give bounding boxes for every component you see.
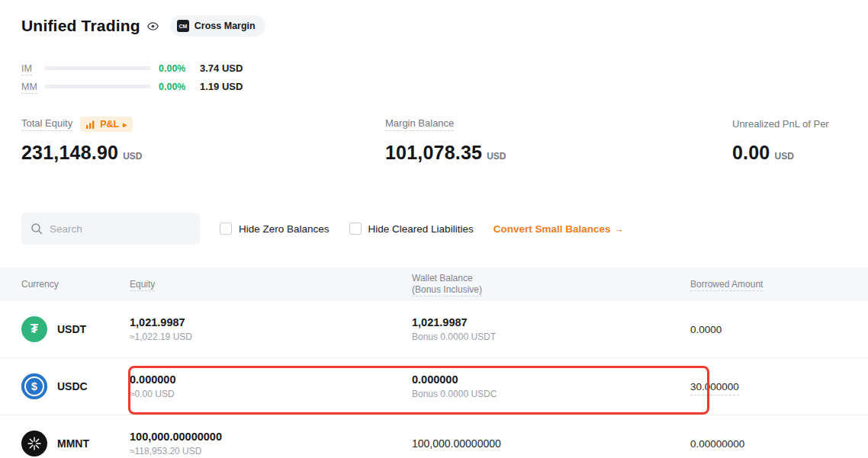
currency-cell: $ USDC xyxy=(21,373,130,399)
mm-percent: 0.00% xyxy=(159,82,195,92)
usdt-coin-icon: ₮ xyxy=(21,316,47,342)
convert-small-balances-link[interactable]: Convert Small Balances → xyxy=(493,223,624,235)
table-row-usdc[interactable]: $ USDC 0.000000 ≈0.00 USD 0.000000 Bonus… xyxy=(0,358,868,415)
cross-margin-icon: CM xyxy=(177,20,189,32)
table-header: Currency Equity Wallet Balance (Bonus In… xyxy=(0,267,868,301)
checkbox-icon xyxy=(220,223,232,235)
currency-cell: MMNT xyxy=(21,431,130,456)
col-currency: Currency xyxy=(21,279,130,290)
eye-icon xyxy=(146,20,159,33)
usdc-coin-icon: $ xyxy=(21,373,47,399)
unified-trading-page: Unified Trading CM Cross Margin IM 0.00%… xyxy=(0,0,868,458)
borrowed-amount-cell[interactable]: 30.000000 xyxy=(690,381,868,392)
mm-row: MM 0.00% 1.19 USD xyxy=(21,79,868,94)
im-label: IM xyxy=(21,63,44,74)
checkbox-icon xyxy=(349,223,362,235)
total-equity-unit: USD xyxy=(123,151,142,162)
currency-symbol: USDC xyxy=(57,380,88,392)
im-value: 3.74 USD xyxy=(200,62,243,74)
equity-cell: 100,000.00000000 ≈118,953.20 USD xyxy=(130,431,412,456)
wallet-balance-cell: 0.000000 Bonus 0.0000 USDC xyxy=(412,373,690,399)
equity-cell: 1,021.9987 ≈1,022.19 USD xyxy=(130,316,412,342)
risk-rates: IM 0.00% 3.74 USD MM 0.00% 1.19 USD xyxy=(0,61,868,94)
margin-balance-card: Margin Balance 101,078.35 USD xyxy=(385,117,732,164)
total-equity-label: Total Equity xyxy=(21,117,72,131)
im-percent: 0.00% xyxy=(159,63,195,74)
unrealized-pnl-label: Unrealized PnL of Per xyxy=(732,118,829,131)
equity-cell: 0.000000 ≈0.00 USD xyxy=(130,373,412,399)
page-header: Unified Trading CM Cross Margin xyxy=(0,14,868,38)
pnl-button[interactable]: P&L ▸ xyxy=(80,117,133,132)
hide-zero-balances-checkbox[interactable]: Hide Zero Balances xyxy=(220,223,330,235)
total-equity-card: Total Equity P&L ▸ 231,148.90 USD xyxy=(21,117,385,164)
im-progress-bar xyxy=(44,66,151,70)
margin-mode-label: Cross Margin xyxy=(194,21,256,31)
currency-symbol: MMNT xyxy=(57,437,89,450)
currency-cell: ₮ USDT xyxy=(21,316,130,342)
search-box[interactable] xyxy=(21,213,200,245)
im-row: IM 0.00% 3.74 USD xyxy=(21,61,868,75)
col-equity[interactable]: Equity xyxy=(130,279,412,290)
total-equity-value: 231,148.90 xyxy=(21,142,118,164)
visibility-toggle[interactable] xyxy=(146,20,159,33)
mm-label: MM xyxy=(21,82,44,92)
table-row-mmnt[interactable]: MMNT 100,000.00000000 ≈118,953.20 USD 10… xyxy=(0,415,868,458)
table-row-usdt[interactable]: ₮ USDT 1,021.9987 ≈1,022.19 USD 1,021.99… xyxy=(0,301,868,358)
asset-table: ₮ USDT 1,021.9987 ≈1,022.19 USD 1,021.99… xyxy=(0,301,868,458)
mm-value: 1.19 USD xyxy=(200,81,243,92)
borrowed-amount-cell: 0.0000 xyxy=(690,324,868,335)
borrowed-amount-cell: 0.00000000 xyxy=(690,438,868,450)
hide-cleared-liabilities-checkbox[interactable]: Hide Cleared Liabilities xyxy=(349,223,474,235)
unrealized-pnl-card: Unrealized PnL of Per 0.00 USD xyxy=(732,117,868,164)
chevron-right-icon: ▸ xyxy=(123,120,127,129)
wallet-balance-cell: 100,000.00000000 xyxy=(412,437,690,450)
margin-balance-value: 101,078.35 xyxy=(385,142,482,164)
margin-mode-badge[interactable]: CM Cross Margin xyxy=(170,15,265,37)
unrealized-pnl-unit: USD xyxy=(774,151,793,162)
pnl-label: P&L xyxy=(100,119,119,130)
page-title: Unified Trading xyxy=(21,17,140,35)
wallet-balance-cell: 1,021.9987 Bonus 0.0000 USDT xyxy=(412,316,690,342)
mmnt-coin-icon xyxy=(21,431,47,456)
filter-bar: Hide Zero Balances Hide Cleared Liabilit… xyxy=(0,213,868,245)
search-icon xyxy=(31,223,43,235)
col-borrowed-amount[interactable]: Borrowed Amount xyxy=(690,279,868,290)
mm-progress-bar xyxy=(44,85,151,88)
margin-balance-label: Margin Balance xyxy=(385,117,454,131)
currency-symbol: USDT xyxy=(57,323,86,335)
unrealized-pnl-value: 0.00 xyxy=(732,142,770,164)
margin-balance-unit: USD xyxy=(487,151,506,162)
col-wallet-balance[interactable]: Wallet Balance (Bonus Inclusive) xyxy=(412,273,690,296)
pnl-chart-icon xyxy=(86,120,96,129)
account-summary: Total Equity P&L ▸ 231,148.90 USD xyxy=(0,117,868,164)
search-input[interactable] xyxy=(50,223,191,235)
